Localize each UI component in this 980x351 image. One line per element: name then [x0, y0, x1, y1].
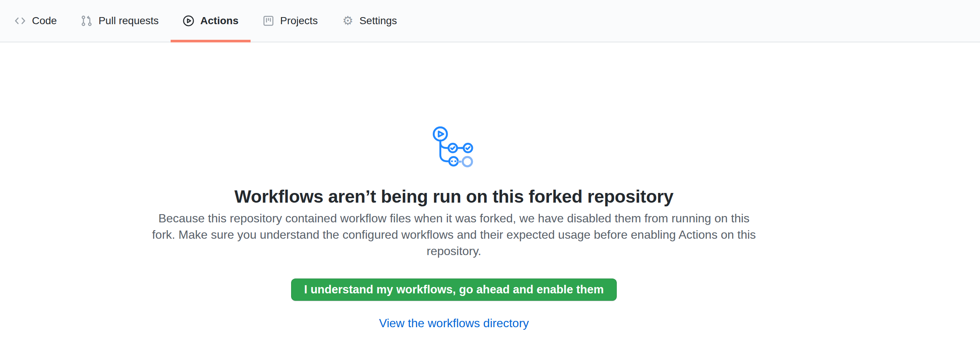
tab-actions-label: Actions	[200, 16, 239, 26]
gear-icon: ⚙	[342, 15, 354, 27]
tab-code-label: Code	[32, 16, 57, 26]
primary-action-row: I understand my workflows, go ahead and …	[0, 259, 908, 301]
tab-settings[interactable]: ⚙ Settings	[330, 0, 409, 42]
tab-projects[interactable]: Projects	[251, 0, 330, 42]
tab-pull-requests[interactable]: Pull requests	[69, 0, 171, 42]
play-icon	[183, 15, 194, 27]
blankslate-title: Workflows aren’t being run on this forke…	[0, 186, 908, 208]
tab-projects-label: Projects	[280, 16, 318, 26]
git-pull-request-icon	[81, 15, 92, 27]
workflow-graph-icon	[433, 125, 475, 168]
tab-actions[interactable]: Actions	[171, 0, 251, 42]
actions-disabled-blankslate: Workflows aren’t being run on this forke…	[0, 42, 908, 331]
tab-settings-label: Settings	[360, 16, 397, 26]
repo-tab-nav: Code Pull requests Actions	[0, 0, 980, 42]
tab-pull-requests-label: Pull requests	[99, 16, 159, 26]
code-icon	[14, 15, 26, 27]
secondary-action-row: View the workflows directory	[0, 315, 908, 331]
blankslate-description: Because this repository contained workfl…	[151, 210, 757, 259]
tab-code[interactable]: Code	[2, 0, 69, 42]
view-workflows-directory-link[interactable]: View the workflows directory	[379, 316, 529, 330]
enable-workflows-button[interactable]: I understand my workflows, go ahead and …	[291, 278, 617, 301]
project-icon	[262, 15, 274, 27]
